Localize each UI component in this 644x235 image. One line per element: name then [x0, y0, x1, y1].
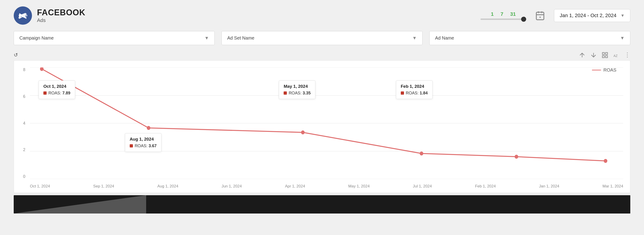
svg-point-2 [26, 15, 28, 17]
svg-rect-8 [602, 52, 604, 54]
tooltip-aug-date: Aug 1, 2024 [130, 137, 157, 142]
chart-container: ROAS 0 2 4 6 8 [14, 60, 630, 193]
tooltip-oct-label: ROAS: 7.89 [48, 91, 70, 96]
svg-point-7 [540, 17, 541, 18]
tooltip-may-label: ROAS: 3.35 [289, 91, 310, 96]
tooltip-aug-row: ROAS: 3.67 [130, 144, 157, 148]
x-label-4: Apr 1, 2024 [285, 184, 305, 189]
x-label-7: Feb 1, 2024 [475, 184, 496, 189]
tooltip-oct-row: ROAS: 7.89 [44, 91, 70, 96]
svg-rect-9 [606, 52, 608, 54]
y-label-6: 6 [18, 94, 25, 99]
date-range-button[interactable]: Jan 1, 2024 - Oct 2, 2024 ▼ [554, 9, 630, 22]
tooltip-oct: Oct 1, 2024 ROAS: 7.89 [38, 81, 75, 99]
app-title: FACEBOOK [37, 8, 86, 17]
campaign-filter[interactable]: Campaign Name ▼ [14, 31, 215, 45]
campaign-chevron-icon: ▼ [204, 36, 209, 41]
sort-asc-button[interactable] [579, 52, 586, 59]
header-controls: 1 7 31 Jan 1, 2024 - Oct 2, 2024 ▼ [480, 9, 630, 22]
sort-desc-button[interactable] [590, 52, 597, 59]
logo-text: FACEBOOK Ads [37, 8, 86, 23]
x-label-6: Jul 1, 2024 [413, 184, 432, 189]
app-subtitle: Ads [37, 17, 86, 23]
x-label-2: Aug 1, 2024 [157, 184, 178, 189]
tooltip-may: May 1, 2024 ROAS: 3.35 [279, 81, 316, 99]
tooltip-feb-swatch [401, 91, 404, 95]
adname-chevron-icon: ▼ [620, 36, 624, 41]
tooltip-may-row: ROAS: 3.35 [284, 91, 310, 96]
day-slider-track[interactable] [480, 19, 526, 20]
tooltip-may-swatch [284, 91, 287, 95]
adset-chevron-icon: ▼ [412, 36, 417, 41]
svg-point-22 [515, 155, 518, 159]
svg-point-21 [420, 152, 424, 155]
svg-rect-3 [536, 12, 544, 20]
more-options-button[interactable]: ⋮ [624, 52, 630, 59]
x-label-0: Oct 1, 2024 [30, 184, 50, 189]
y-label-8: 8 [18, 67, 25, 72]
facebook-logo [14, 7, 32, 25]
day-slider-thumb[interactable] [521, 17, 526, 22]
logo-area: FACEBOOK Ads [14, 7, 86, 25]
adset-filter[interactable]: Ad Set Name ▼ [222, 31, 422, 45]
date-range-text: Jan 1, 2024 - Oct 2, 2024 [560, 13, 616, 19]
svg-rect-10 [602, 56, 604, 58]
x-label-9: Mar 1, 2024 [602, 184, 623, 189]
az-sort-button[interactable]: AZ [613, 52, 620, 59]
adname-filter-label: Ad Name [435, 36, 454, 41]
tooltip-feb-date: Feb 1, 2024 [401, 84, 428, 89]
day-1[interactable]: 1 [491, 11, 494, 17]
tooltip-aug-label: ROAS: 3.67 [135, 144, 157, 148]
campaign-filter-label: Campaign Name [20, 36, 54, 41]
tooltip-feb-row: ROAS: 1.84 [401, 91, 428, 96]
day-31[interactable]: 31 [510, 11, 516, 17]
tooltip-oct-date: Oct 1, 2024 [44, 84, 70, 89]
filters: Campaign Name ▼ Ad Set Name ▼ Ad Name ▼ [0, 29, 644, 49]
toolbar-right: AZ ⋮ [579, 52, 630, 59]
calendar-icon [534, 10, 546, 21]
scroll-range-bar[interactable] [14, 195, 630, 213]
grid-button[interactable] [602, 52, 608, 59]
tooltip-aug-swatch [130, 144, 133, 147]
adset-filter-label: Ad Set Name [227, 36, 254, 41]
day-selector[interactable]: 1 7 31 [480, 11, 526, 20]
chart-svg [30, 67, 623, 179]
tooltip-aug: Aug 1, 2024 ROAS: 3.67 [125, 133, 162, 152]
chart-area: ↺ AZ ⋮ ROAS 0 2 4 6 [0, 49, 644, 193]
day-options: 1 7 31 [491, 11, 516, 17]
svg-rect-11 [606, 56, 608, 58]
adname-filter[interactable]: Ad Name ▼ [429, 31, 630, 45]
x-label-1: Sep 1, 2024 [93, 184, 114, 189]
tooltip-feb: Feb 1, 2024 ROAS: 1.84 [396, 81, 432, 99]
x-label-5: May 1, 2024 [348, 184, 370, 189]
svg-point-20 [301, 130, 305, 134]
chevron-down-icon: ▼ [620, 13, 624, 18]
y-label-4: 4 [18, 121, 25, 126]
chart-toolbar: ↺ AZ ⋮ [14, 52, 630, 59]
x-label-8: Jan 1, 2024 [539, 184, 559, 189]
header: FACEBOOK Ads 1 7 31 Jan 1, 20 [0, 0, 644, 29]
y-label-0: 0 [18, 174, 25, 179]
svg-point-23 [604, 159, 608, 163]
day-7[interactable]: 7 [500, 11, 503, 17]
undo-button[interactable]: ↺ [14, 52, 18, 58]
tooltip-may-date: May 1, 2024 [284, 84, 310, 89]
svg-point-19 [147, 126, 150, 130]
svg-marker-24 [14, 195, 146, 213]
tooltip-oct-swatch [44, 91, 46, 95]
y-label-2: 2 [18, 147, 25, 152]
y-axis: 0 2 4 6 8 [18, 67, 25, 179]
svg-point-18 [40, 67, 44, 71]
x-label-3: Jun 1, 2024 [222, 184, 242, 189]
tooltip-feb-label: ROAS: 1.84 [406, 91, 428, 96]
svg-text:AZ: AZ [614, 54, 618, 57]
x-axis: Oct 1, 2024 Sep 1, 2024 Aug 1, 2024 Jun … [30, 184, 623, 189]
